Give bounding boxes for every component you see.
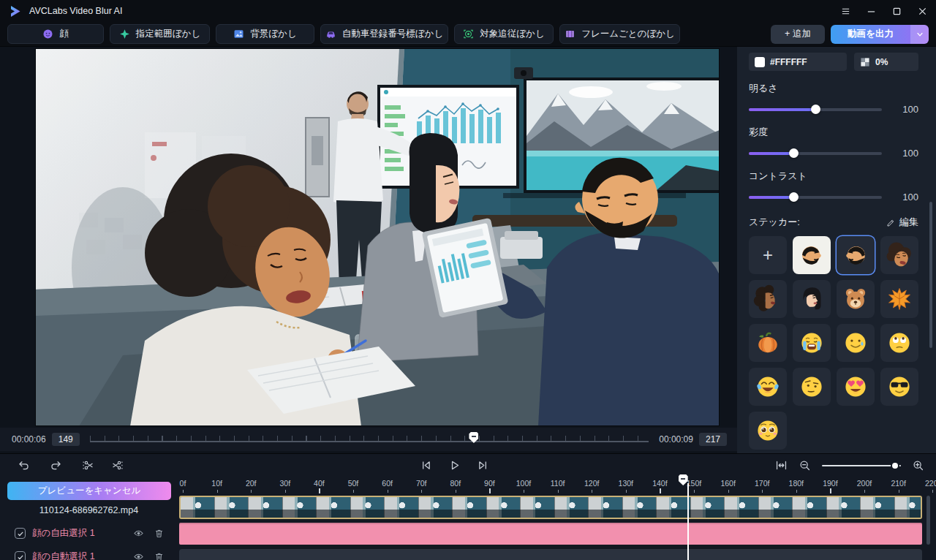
cut-start-button[interactable] [82,459,94,472]
slider-handle-saturation[interactable] [789,148,799,158]
tab-license-plate-blur[interactable]: 自動車登録番号標ぼかし [320,24,448,44]
sticker-joy-laughing[interactable] [749,368,787,406]
ruler-tick [728,490,729,493]
tab-label: 対象追従ぼかし [480,28,544,40]
add-button[interactable]: + 追加 [771,25,825,44]
track-row-2[interactable]: 顔の自動選択 1 [0,547,178,560]
trash-icon[interactable] [154,528,165,539]
color-hex: #FFFFFF [770,57,807,67]
inspector-scrollbar[interactable] [929,202,932,348]
background-blur-icon [233,29,244,39]
trash-icon[interactable] [154,551,165,560]
track-row-1[interactable]: 顔の自由選択 1 [0,523,178,543]
ruler-tick [524,490,524,493]
sticker-bear[interactable] [837,280,875,318]
face-selection-track[interactable] [179,523,922,545]
slider-value-saturation: 100 [892,148,918,159]
tracks-scrollbar[interactable] [926,496,930,545]
sticker-pumpkin[interactable] [749,324,787,362]
filmstrip-thumb [589,497,623,518]
eye-icon[interactable] [133,528,144,539]
tab-label: フレームごとのぼかし [581,28,675,40]
slider-label-saturation: 彩度 [749,126,918,139]
tab-label: 自動車登録番号標ぼかし [342,28,443,40]
color-field[interactable]: #FFFFFF [749,53,847,71]
menu-icon[interactable] [841,7,850,16]
sticker-woman-afro-down[interactable] [880,236,918,274]
eye-icon[interactable] [133,551,144,560]
opacity-field[interactable]: 0% [854,53,918,71]
sticker-raised-eyebrow[interactable] [793,368,831,406]
opacity-value: 0% [875,57,888,67]
redo-button[interactable] [50,459,62,472]
titlebar: AVCLabs Video Blur AI [0,0,936,22]
slider-brightness[interactable] [749,108,882,111]
tab-frame-blur[interactable]: フレームごとのぼかし [559,24,680,44]
ruler-label-30: 30f [279,479,290,488]
video-clip-track[interactable] [179,496,922,519]
sticker-smile-with-tear[interactable] [837,324,875,362]
sticker-woman-curly[interactable] [749,280,787,318]
ruler-label-140: 140f [652,479,667,488]
preview-scrub-row: 00:00:06 149 00:00:09 217 [0,428,737,451]
maximize-icon[interactable] [892,7,902,16]
ruler-label-120: 120f [584,479,599,488]
slider-saturation[interactable] [749,152,882,155]
ruler-tick [558,490,559,493]
leaf-icon [887,287,912,311]
filmstrip-thumb [351,497,385,518]
sticker-heart-eyes[interactable] [837,368,875,406]
export-dropdown[interactable] [910,25,929,44]
tab-region-blur[interactable]: 指定範囲ぼかし [110,24,210,44]
clip-filename: 110124-686962762.mp4 [0,505,178,515]
minimize-icon[interactable] [867,7,876,16]
check-icon [17,553,24,560]
filmstrip-thumb [249,497,283,518]
video-frame-image: MAY JUN JUL [35,48,720,426]
cut-end-button[interactable] [111,459,124,472]
timeline-playhead[interactable] [687,483,689,560]
slider-contrast[interactable] [749,196,882,199]
tab-background-blur[interactable]: 背景ぼかし [216,24,314,44]
filmstrip-thumb [895,497,923,518]
sticker-eye-roll[interactable] [880,324,918,362]
track-checkbox-2[interactable] [15,551,26,560]
scrub-line [90,441,649,442]
tab-object-tracking-blur[interactable]: 対象追従ぼかし [454,24,554,44]
ruler-label-50: 50f [348,479,359,488]
sticker-man-beard-dark[interactable] [837,236,875,274]
filmstrip-thumb [623,497,657,518]
ruler-tick [694,490,695,493]
sticker-pleading[interactable] [749,412,787,450]
ruler-tick [353,490,354,493]
preview-scrubbar[interactable] [90,434,649,444]
video-preview-frame[interactable]: MAY JUN JUL [35,48,720,426]
edit-stickers-button[interactable]: 編集 [886,216,918,229]
export-video-button[interactable]: 動画を出力 [831,25,929,44]
close-icon[interactable] [918,7,927,16]
face-icon [42,29,53,39]
ruler-tick [489,488,491,493]
sticker-maple-leaf[interactable] [880,280,918,318]
scrub-ticks [90,436,649,441]
ruler-label-190: 190f [823,479,837,488]
tab-label: 顔 [59,28,69,40]
filmstrip-thumb [827,497,861,518]
filmstrip-thumb [521,497,555,518]
add-sticker[interactable]: + [749,236,787,274]
slider-handle-brightness[interactable] [811,105,820,114]
slider-group-saturation: 彩度100 [749,126,918,159]
secondary-track[interactable] [179,549,922,560]
sticker-man-beard-light[interactable] [793,236,831,274]
timeline-panel: プレビューをキャンセル 110124-686962762.mp4 顔の自由選択 … [0,453,936,560]
region-blur-icon [119,29,130,39]
sticker-loudly-crying[interactable] [793,324,831,362]
ruler-label-0: 0f [180,479,186,488]
sticker-woman-bob[interactable] [793,280,831,318]
slider-handle-contrast[interactable] [789,192,799,202]
sticker-sunglasses[interactable] [880,368,918,406]
cancel-preview-button[interactable]: プレビューをキャンセル [7,482,171,500]
track-checkbox-1[interactable] [15,528,26,539]
undo-button[interactable] [18,459,30,472]
tab-face[interactable]: 顔 [7,24,104,44]
